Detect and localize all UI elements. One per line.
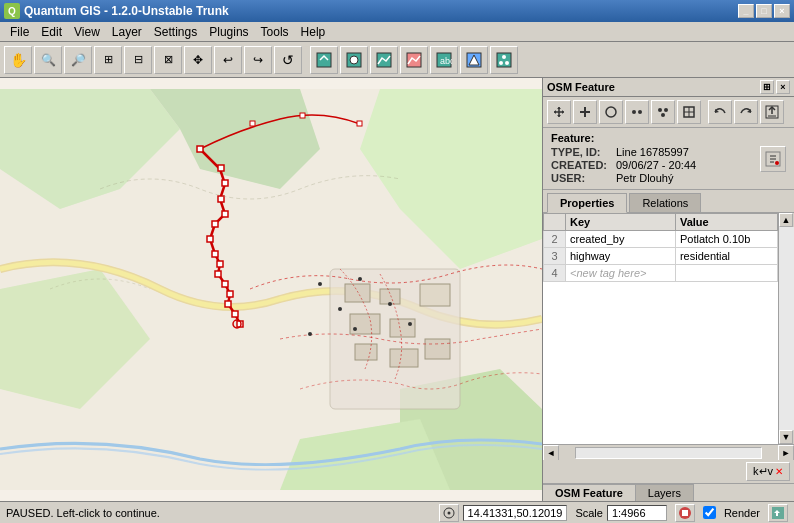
key-button-area: k↵v ✕ (543, 460, 794, 483)
menu-file[interactable]: File (4, 23, 35, 41)
row-2-value[interactable]: Potlatch 0.10b (675, 231, 777, 248)
table-row[interactable]: 2 created_by Potlatch 0.10b (544, 231, 778, 248)
osm-undo-tool[interactable] (708, 100, 732, 124)
table-hscrollbar[interactable]: ◄ ► (543, 444, 794, 460)
svg-rect-45 (300, 113, 305, 118)
svg-rect-21 (345, 284, 370, 302)
window-controls: _ □ × (738, 4, 790, 18)
row-2-key[interactable]: created_by (566, 231, 676, 248)
render-checkbox[interactable] (703, 506, 716, 519)
layer-btn-7[interactable] (490, 46, 518, 74)
menu-help[interactable]: Help (295, 23, 332, 41)
svg-text:abc: abc (440, 56, 452, 66)
svg-point-50 (388, 302, 392, 306)
layer-btn-5[interactable]: abc (430, 46, 458, 74)
zoom-out-button[interactable]: 🔎 (64, 46, 92, 74)
svg-rect-33 (212, 221, 218, 227)
tab-properties[interactable]: Properties (547, 193, 627, 213)
menu-settings[interactable]: Settings (148, 23, 203, 41)
type-key-label: TYPE, ID: (551, 146, 616, 158)
svg-rect-23 (350, 314, 380, 334)
osm-circle-tool[interactable] (599, 100, 623, 124)
svg-point-12 (505, 61, 509, 65)
osm-upload-tool[interactable] (760, 100, 784, 124)
menu-view[interactable]: View (68, 23, 106, 41)
svg-point-51 (308, 332, 312, 336)
scale-input[interactable] (607, 505, 667, 521)
map-settings-button[interactable] (768, 504, 788, 522)
panel-close-button[interactable]: × (776, 80, 790, 94)
properties-table[interactable]: Key Value 2 created_by Potlatch 0.10b (543, 213, 794, 444)
svg-rect-43 (197, 146, 203, 152)
osm-dot2-tool[interactable] (651, 100, 675, 124)
row-4-key[interactable]: <new tag here> (566, 265, 676, 282)
osm-redo-tool[interactable] (734, 100, 758, 124)
table-row[interactable]: 4 <new tag here> (544, 265, 778, 282)
refresh-button[interactable]: ↺ (274, 46, 302, 74)
menu-layer[interactable]: Layer (106, 23, 148, 41)
type-value: Line 16785997 (616, 146, 689, 158)
osm-cross-tool[interactable] (677, 100, 701, 124)
minimize-button[interactable]: _ (738, 4, 754, 18)
status-message: PAUSED. Left-click to continue. (6, 507, 431, 519)
coord-icon (439, 504, 459, 522)
row-3-key[interactable]: highway (566, 248, 676, 265)
svg-point-57 (606, 107, 616, 117)
svg-rect-44 (250, 121, 255, 126)
layer-btn-1[interactable] (310, 46, 338, 74)
layer-btn-4[interactable] (400, 46, 428, 74)
zoom-back-button[interactable]: ↩ (214, 46, 242, 74)
svg-rect-32 (222, 211, 228, 217)
svg-point-47 (318, 282, 322, 286)
panel-title-bar: OSM Feature ⊞ × (543, 78, 794, 97)
menu-edit[interactable]: Edit (35, 23, 68, 41)
panel-float-button[interactable]: ⊞ (760, 80, 774, 94)
osm-move-tool[interactable] (547, 100, 571, 124)
menu-tools[interactable]: Tools (255, 23, 295, 41)
zoom-select-button[interactable]: ⊠ (154, 46, 182, 74)
bottom-tabs: OSM Feature Layers (543, 483, 794, 501)
app-title: Quantum GIS - 1.2.0-Unstable Trunk (24, 4, 229, 18)
osm-dot-tool[interactable] (625, 100, 649, 124)
menu-bar: File Edit View Layer Settings Plugins To… (0, 22, 794, 42)
feature-info-section: Feature: TYPE, ID: Line 16785997 CREATED… (543, 128, 794, 190)
scroll-up-button[interactable]: ▲ (779, 213, 793, 227)
zoom-layer-button[interactable]: ⊟ (124, 46, 152, 74)
menu-plugins[interactable]: Plugins (203, 23, 254, 41)
map-canvas[interactable] (0, 78, 542, 501)
pan-map-button[interactable]: ✥ (184, 46, 212, 74)
key-value-button[interactable]: k↵v ✕ (746, 462, 790, 481)
layer-btn-2[interactable] (340, 46, 368, 74)
table-row[interactable]: 3 highway residential (544, 248, 778, 265)
row-4-value[interactable] (675, 265, 777, 282)
svg-rect-24 (390, 319, 415, 337)
col-num-header (544, 214, 566, 231)
layer-btn-3[interactable] (370, 46, 398, 74)
zoom-in-button[interactable]: 🔍 (34, 46, 62, 74)
table-scrollbar[interactable]: ▲ ▼ (778, 213, 794, 444)
hscroll-left-button[interactable]: ◄ (543, 445, 559, 461)
layer-btn-6[interactable] (460, 46, 488, 74)
tab-relations[interactable]: Relations (629, 193, 701, 212)
svg-rect-30 (222, 180, 228, 186)
close-button[interactable]: × (774, 4, 790, 18)
zoom-full-button[interactable]: ⊞ (94, 46, 122, 74)
maximize-button[interactable]: □ (756, 4, 772, 18)
hscroll-right-button[interactable]: ► (778, 445, 794, 461)
hscroll-track[interactable] (575, 447, 762, 459)
col-value-header: Value (675, 214, 777, 231)
svg-point-49 (338, 307, 342, 311)
osm-add-tool[interactable] (573, 100, 597, 124)
panel-title: OSM Feature (547, 81, 615, 93)
row-3-value[interactable]: residential (675, 248, 777, 265)
feature-section-label: Feature: (551, 132, 786, 144)
bottom-tab-layers[interactable]: Layers (636, 484, 694, 501)
render-label: Render (724, 507, 760, 519)
bottom-tab-osm[interactable]: OSM Feature (543, 484, 636, 501)
feature-edit-button[interactable] (760, 146, 786, 172)
hand-tool-button[interactable]: ✋ (4, 46, 32, 74)
stop-render-button[interactable] (675, 504, 695, 522)
zoom-forward-button[interactable]: ↪ (244, 46, 272, 74)
scroll-down-button[interactable]: ▼ (779, 430, 793, 444)
title-bar: Q Quantum GIS - 1.2.0-Unstable Trunk _ □… (0, 0, 794, 22)
